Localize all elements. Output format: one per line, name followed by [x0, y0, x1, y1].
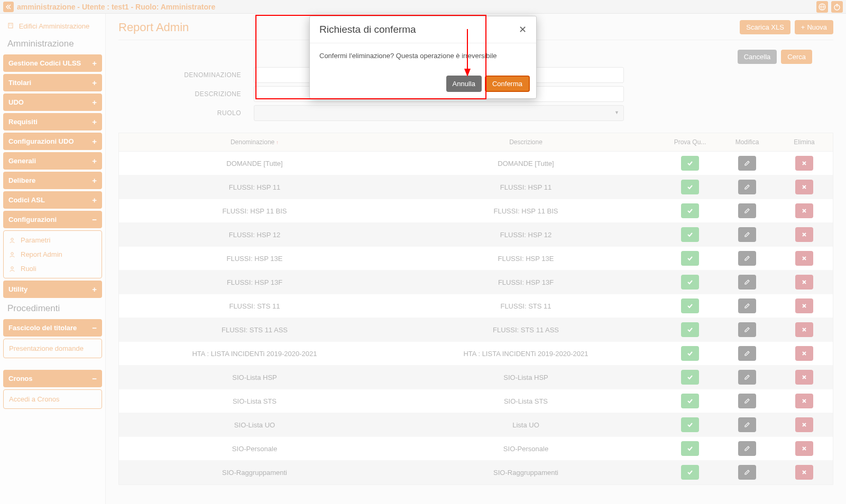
modal-cancel-button[interactable]: Annulla — [446, 76, 482, 92]
modal-confirm-button[interactable]: Conferma — [485, 76, 530, 92]
modal-body: Confermi l'eliminazione? Questa operazio… — [310, 43, 536, 71]
confirm-dialog: Richiesta di conferma ✕ Confermi l'elimi… — [309, 16, 537, 99]
close-icon[interactable]: ✕ — [519, 24, 527, 35]
modal-title: Richiesta di conferma — [319, 24, 416, 35]
